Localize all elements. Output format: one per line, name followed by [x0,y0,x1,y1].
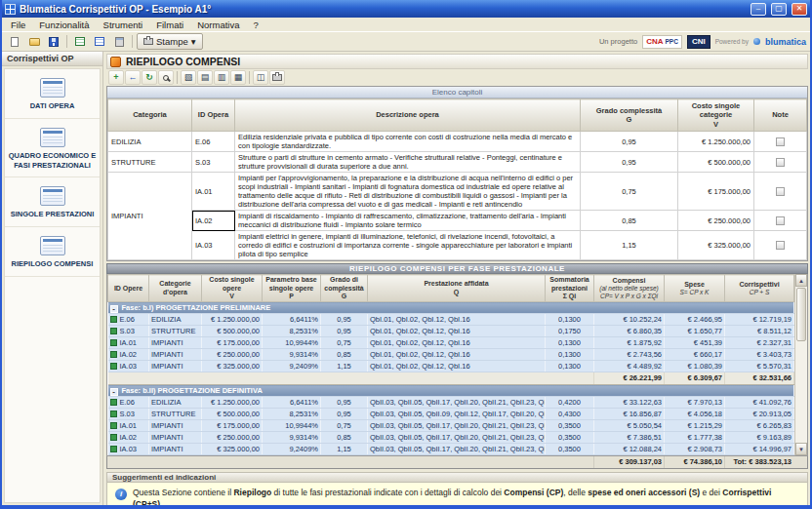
col-costo[interactable]: Costo singole categorie V [678,99,754,132]
vertical-scrollbar[interactable]: ▲ ▼ [794,274,807,455]
col-categoria[interactable]: Categoria [108,99,192,132]
cell-prestazione: QbII.03, QbII.05, QbII.17, QbII.20, QbII… [368,420,546,432]
col-descrizione[interactable]: Descrizione opera [235,99,581,132]
suggestions-box: i Questa Sezione contiene il Riepilogo d… [106,483,808,509]
cell-grado: 0,95 [581,152,678,173]
riepilogo-row[interactable]: E.06 EDILIZIA € 1.250.000,00 6,6411% 0,9… [108,397,794,409]
save-button[interactable] [45,33,62,50]
col-grado[interactable]: Grado di complessità G [321,275,368,302]
title-bar[interactable]: Blumatica Corrispettivi OP - Esempio A1°… [2,0,810,18]
cell-categoria: IMPIANTI [149,361,202,372]
riepilogo-row[interactable]: IA.03 IMPIANTI € 325.000,00 9,2409% 1,15… [108,361,794,372]
col-categorie[interactable]: Categorie d'opera [149,275,202,302]
menu-item[interactable]: Normativa [190,18,246,31]
scroll-up-icon[interactable]: ▲ [795,274,807,287]
col-spese[interactable]: SpeseS= CP x K [665,275,725,302]
layout-button[interactable]: ▤ [197,70,213,85]
grid-view-button[interactable]: ▦ [230,70,246,85]
table-row[interactable]: IMPIANTI IA.01 Impianti per l'approvvigi… [108,173,807,211]
fase-group-row[interactable]: -Fase: b.II) PROGETTAZIONE DEFINITIVA [108,385,794,397]
columns-button[interactable]: ▥ [214,70,229,85]
riepilogo-row[interactable]: IA.01 IMPIANTI € 175.000,00 10,9944% 0,7… [108,420,794,432]
layout-icon: ▤ [201,73,210,82]
cell-categoria: STRUTTURE [149,409,202,420]
cell-parametro: 9,2409% [263,444,321,455]
table-row[interactable]: IA.03 Impianti elettrici in genere, impi… [108,231,807,260]
cell-grado: 1,15 [581,231,678,260]
col-costo-opere[interactable]: Costo singole opere V [202,275,263,302]
open-button[interactable] [25,33,43,50]
note-icon[interactable] [776,187,785,196]
scroll-down-icon[interactable]: ▼ [795,443,807,455]
fase-group-row[interactable]: -Fase: b.I) PROGETTAZIONE PRELIMINARE [108,302,794,314]
col-note[interactable]: Note [754,99,807,132]
add-button[interactable]: + [108,70,124,85]
col-parametro[interactable]: Parametro base singole opere P [263,275,321,302]
cell-parametro: 9,2409% [263,361,321,372]
print-preview-button[interactable]: ◫ [253,70,268,85]
minimize-button[interactable]: – [751,3,766,16]
cell-id: E.06 [108,314,149,326]
collapse-icon[interactable]: - [110,388,118,396]
cell-categoria: IMPIANTI [149,432,202,444]
new-document-button[interactable] [6,33,23,50]
export-grid-button[interactable]: ▧ [181,70,196,85]
search-button[interactable] [158,70,174,85]
menu-item[interactable]: File [4,18,32,31]
collapse-icon[interactable]: - [110,305,118,313]
table-row[interactable]: IA.02 Impianti di riscaldamento - Impian… [108,211,807,231]
cna-ppc-logo: CNA PPC [642,35,682,49]
riepilogo-row[interactable]: IA.02 IMPIANTI € 250.000,00 9,9314% 0,85… [108,349,794,361]
col-prestazione[interactable]: Prestazione affidata Q [368,275,546,302]
riepilogo-row[interactable]: IA.02 IMPIANTI € 250.000,00 9,9314% 0,85… [108,432,794,444]
col-corrispettivi[interactable]: CorrispettiviCP + S [725,275,794,302]
col-grado[interactable]: Grado complessità G [581,99,678,132]
col-id-opera[interactable]: ID Opera [192,99,235,132]
note-icon[interactable] [776,241,785,250]
riepilogo-row[interactable]: IA.03 IMPIANTI € 325.000,00 9,2409% 1,15… [108,444,794,455]
refresh-button[interactable]: ↻ [142,70,157,85]
cell-prestazione: QbI.01, QbI.02, QbI.12, QbI.16 [368,337,546,349]
cell-categoria: STRUTTURE [149,326,202,337]
cell-grado: 0,95 [321,314,368,326]
riepilogo-row[interactable]: S.03 STRUTTURE € 500.000,00 8,2531% 0,95… [108,326,794,337]
table-row[interactable]: STRUTTURE S.03 Strutture o parti di stru… [108,152,807,173]
sidebar-item[interactable]: DATI OPERA [5,69,100,119]
note-icon[interactable] [776,216,785,225]
cell-prestazione: QbII.03, QbII.05, QbII.17, QbII.20, QbII… [368,432,546,444]
back-button[interactable]: ← [125,70,141,85]
close-button[interactable]: ✕ [792,3,807,16]
col-sommatoria[interactable]: Sommatoria prestazioni Σ Qi [546,275,594,302]
menu-item[interactable]: Funzionalità [32,18,96,31]
table-row[interactable]: EDILIZIA E.06 Edilizia residenziale priv… [108,132,807,152]
cell-parametro: 10,9944% [263,337,321,349]
riepilogo-row[interactable]: S.03 STRUTTURE € 500.000,00 8,2531% 0,95… [108,409,794,420]
cell-grado: 0,95 [321,326,368,337]
note-icon[interactable] [776,137,785,146]
table-button[interactable] [91,33,108,50]
riepilogo-row[interactable]: E.06 EDILIZIA € 1.250.000,00 6,6411% 0,9… [108,314,794,326]
riepilogo-row[interactable]: IA.01 IMPIANTI € 175.000,00 10,9944% 0,7… [108,337,794,349]
menu-item[interactable]: Strumenti [97,18,150,31]
scrollbar-thumb[interactable] [796,288,806,341]
fase-subtotal-row: € 26.221,99 € 6.309,67 € 32.531,66 [108,372,794,385]
menu-item[interactable]: ? [246,18,264,31]
sidebar-item[interactable]: RIEPILOGO COMPENSI [5,227,100,277]
stampe-button[interactable]: Stampe ▾ [137,33,203,50]
sidebar-item-label: RIEPILOGO COMPENSI [12,259,94,269]
col-compensi[interactable]: Compensi(al netto delle spese) CP= V x P… [594,275,665,302]
sidebar-item[interactable]: QUADRO ECONOMICO E FASI PRESTAZIONALI [5,119,100,178]
sidebar-item[interactable]: SINGOLE PRESTAZIONI [5,177,100,227]
suggestion-segment: e dei [700,488,722,497]
export-button[interactable] [71,33,89,50]
suggestion-segment: Riepilogo [233,488,271,497]
print-button[interactable] [269,70,285,85]
scrollbar-track[interactable] [795,287,807,443]
grid-toolbar: + ← ↻ ▧ ▤ ▥ ▦ ◫ [106,69,808,86]
menu-item[interactable]: Filmati [149,18,190,31]
calculator-button[interactable] [110,33,128,50]
maximize-button[interactable]: ▢ [771,3,787,16]
work-item-icon [110,328,117,334]
col-id-opere[interactable]: ID Opere [108,275,149,302]
note-icon[interactable] [776,158,785,167]
